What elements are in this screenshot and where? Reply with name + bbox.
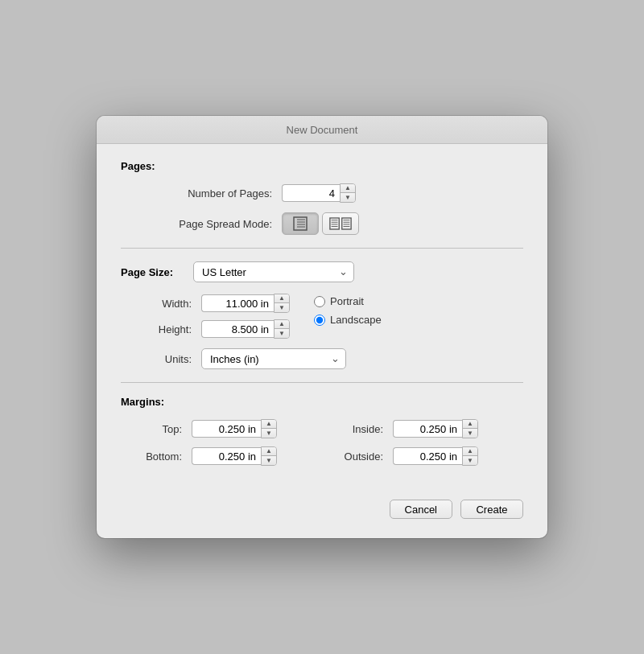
outside-margin-increment[interactable]: ▲	[463, 447, 477, 456]
number-of-pages-increment[interactable]: ▲	[341, 184, 355, 193]
page-size-section: Page Size: US Letter US Legal A4 A3 Cust…	[121, 261, 523, 369]
new-document-dialog: New Document Pages: Number of Pages: 4 ▲…	[97, 116, 547, 538]
inside-margin-increment[interactable]: ▲	[463, 420, 477, 429]
number-of-pages-label: Number of Pages:	[153, 187, 282, 199]
page-size-select-wrapper: US Letter US Legal A4 A3 Custom	[193, 261, 354, 282]
height-input-group: 8.500 in ▲ ▼	[201, 319, 290, 339]
spread-single-icon	[289, 216, 312, 232]
units-select-wrapper: Inches (in) Centimeters (cm) Millimeters…	[201, 348, 346, 369]
svg-rect-5	[330, 218, 339, 229]
number-of-pages-row: Number of Pages: 4 ▲ ▼	[121, 183, 523, 203]
dims-left: Width: 11.000 in ▲ ▼ Height:	[153, 294, 290, 339]
outside-margin-input[interactable]: 0.250 in	[393, 447, 462, 465]
bottom-margin-input[interactable]: 0.250 in	[192, 447, 261, 465]
divider-1	[121, 248, 523, 249]
dialog-body: Pages: Number of Pages: 4 ▲ ▼ Page Sprea…	[97, 144, 547, 485]
height-input[interactable]: 8.500 in	[201, 320, 274, 338]
bottom-margin-row: Bottom: 0.250 in ▲ ▼	[137, 446, 322, 466]
outside-margin-label: Outside:	[338, 450, 393, 463]
top-margin-row: Top: 0.250 in ▲ ▼	[137, 419, 322, 438]
top-margin-decrement[interactable]: ▼	[262, 429, 276, 438]
margins-grid: Top: 0.250 in ▲ ▼ Inside: 0.250 in	[121, 419, 523, 466]
svg-rect-10	[342, 218, 351, 229]
dimensions-row: Width: 11.000 in ▲ ▼ Height:	[121, 294, 523, 339]
cancel-button[interactable]: Cancel	[390, 500, 452, 519]
spread-double-button[interactable]	[322, 212, 359, 235]
margins-section: Margins: Top: 0.250 in ▲ ▼ Inside:	[121, 396, 523, 466]
width-increment[interactable]: ▲	[275, 294, 289, 303]
inside-margin-stepper: ▲ ▼	[462, 419, 478, 438]
top-margin-input-group: 0.250 in ▲ ▼	[192, 419, 277, 438]
page-size-header: Page Size: US Letter US Legal A4 A3 Cust…	[121, 261, 523, 282]
inside-margin-row: Inside: 0.250 in ▲ ▼	[338, 419, 523, 438]
number-of-pages-decrement[interactable]: ▼	[341, 193, 355, 202]
number-of-pages-input-group: 4 ▲ ▼	[282, 183, 356, 203]
dialog-title: New Document	[287, 124, 358, 136]
bottom-margin-increment[interactable]: ▲	[262, 447, 276, 456]
portrait-radio[interactable]	[314, 296, 325, 307]
top-margin-label: Top:	[137, 423, 192, 435]
inside-margin-input-group: 0.250 in ▲ ▼	[393, 419, 478, 438]
width-decrement[interactable]: ▼	[275, 303, 289, 312]
page-size-label: Page Size:	[121, 266, 193, 278]
width-stepper: ▲ ▼	[274, 294, 290, 313]
spread-mode-group	[282, 212, 359, 235]
page-spread-mode-label: Page Spread Mode:	[153, 218, 282, 230]
page-size-select[interactable]: US Letter US Legal A4 A3 Custom	[193, 261, 354, 282]
width-row: Width: 11.000 in ▲ ▼	[153, 294, 290, 313]
top-margin-increment[interactable]: ▲	[262, 420, 276, 429]
units-select[interactable]: Inches (in) Centimeters (cm) Millimeters…	[201, 348, 346, 369]
inside-margin-input[interactable]: 0.250 in	[393, 420, 462, 438]
height-increment[interactable]: ▲	[275, 320, 289, 329]
height-label: Height:	[153, 323, 201, 335]
number-of-pages-input[interactable]: 4	[282, 184, 340, 202]
height-row: Height: 8.500 in ▲ ▼	[153, 319, 290, 339]
divider-2	[121, 382, 523, 383]
units-row: Units: Inches (in) Centimeters (cm) Mill…	[121, 348, 523, 369]
landscape-radio[interactable]	[314, 315, 325, 326]
page-spread-mode-row: Page Spread Mode:	[121, 212, 523, 235]
inside-margin-decrement[interactable]: ▼	[463, 429, 477, 438]
number-of-pages-stepper: ▲ ▼	[340, 183, 356, 203]
pages-section-label: Pages:	[121, 160, 523, 172]
margins-section-label: Margins:	[121, 396, 523, 408]
top-margin-stepper: ▲ ▼	[261, 419, 277, 438]
orientation-group: Portrait Landscape	[314, 294, 382, 326]
pages-section: Pages: Number of Pages: 4 ▲ ▼ Page Sprea…	[121, 160, 523, 235]
bottom-margin-stepper: ▲ ▼	[261, 446, 277, 466]
svg-rect-0	[294, 217, 307, 230]
outside-margin-input-group: 0.250 in ▲ ▼	[393, 446, 478, 466]
landscape-label[interactable]: Landscape	[330, 314, 382, 326]
spread-double-icon	[329, 216, 352, 232]
create-button[interactable]: Create	[460, 500, 523, 519]
title-bar: New Document	[97, 116, 547, 144]
inside-margin-label: Inside:	[338, 423, 393, 435]
width-label: Width:	[153, 298, 201, 310]
landscape-radio-row: Landscape	[314, 314, 382, 326]
portrait-radio-row: Portrait	[314, 295, 382, 307]
bottom-margin-input-group: 0.250 in ▲ ▼	[192, 446, 277, 466]
outside-margin-row: Outside: 0.250 in ▲ ▼	[338, 446, 523, 466]
height-stepper: ▲ ▼	[274, 319, 290, 339]
outside-margin-stepper: ▲ ▼	[462, 446, 478, 466]
button-row: Cancel Create	[97, 485, 547, 538]
top-margin-input[interactable]: 0.250 in	[192, 420, 261, 438]
height-decrement[interactable]: ▼	[275, 329, 289, 338]
outside-margin-decrement[interactable]: ▼	[463, 456, 477, 465]
units-label: Units:	[153, 353, 201, 365]
width-input[interactable]: 11.000 in	[201, 294, 274, 312]
portrait-label[interactable]: Portrait	[330, 295, 364, 307]
bottom-margin-label: Bottom:	[137, 450, 192, 463]
spread-single-button[interactable]	[282, 212, 319, 235]
bottom-margin-decrement[interactable]: ▼	[262, 456, 276, 465]
width-input-group: 11.000 in ▲ ▼	[201, 294, 290, 313]
